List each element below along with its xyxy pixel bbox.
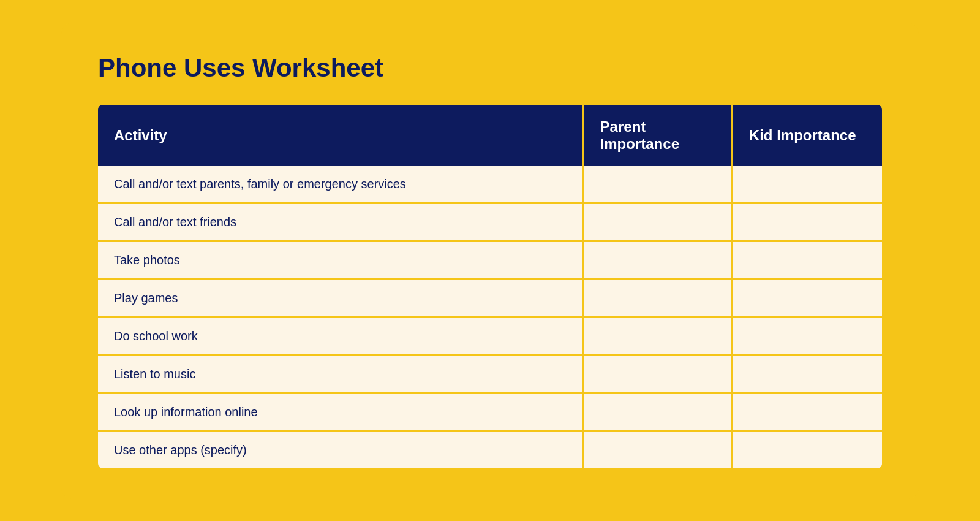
cell-activity: Take photos: [98, 242, 584, 280]
cell-activity: Listen to music: [98, 356, 584, 394]
cell-activity: Play games: [98, 280, 584, 318]
cell-kid-importance[interactable]: [733, 204, 882, 242]
cell-kid-importance[interactable]: [733, 280, 882, 318]
cell-parent-importance[interactable]: [584, 280, 733, 318]
table-row: Look up information online: [98, 394, 882, 432]
table-body: Call and/or text parents, family or emer…: [98, 166, 882, 468]
header-kid-importance: Kid Importance: [733, 105, 882, 166]
page-title: Phone Uses Worksheet: [98, 53, 882, 83]
cell-activity: Call and/or text friends: [98, 204, 584, 242]
table-row: Listen to music: [98, 356, 882, 394]
table-row: Do school work: [98, 318, 882, 356]
worksheet-container: Phone Uses Worksheet Activity Parent Imp…: [61, 23, 919, 499]
table-row: Use other apps (specify): [98, 432, 882, 468]
cell-kid-importance[interactable]: [733, 356, 882, 394]
cell-parent-importance[interactable]: [584, 166, 733, 204]
cell-kid-importance[interactable]: [733, 432, 882, 468]
table-row: Take photos: [98, 242, 882, 280]
cell-activity: Do school work: [98, 318, 584, 356]
cell-activity: Call and/or text parents, family or emer…: [98, 166, 584, 204]
activities-table: Activity Parent Importance Kid Importanc…: [98, 105, 882, 468]
table-row: Call and/or text friends: [98, 204, 882, 242]
cell-activity: Use other apps (specify): [98, 432, 584, 468]
header-parent-importance: Parent Importance: [584, 105, 733, 166]
cell-activity: Look up information online: [98, 394, 584, 432]
cell-kid-importance[interactable]: [733, 318, 882, 356]
cell-parent-importance[interactable]: [584, 394, 733, 432]
cell-parent-importance[interactable]: [584, 318, 733, 356]
table-header-row: Activity Parent Importance Kid Importanc…: [98, 105, 882, 166]
cell-kid-importance[interactable]: [733, 242, 882, 280]
cell-kid-importance[interactable]: [733, 166, 882, 204]
cell-parent-importance[interactable]: [584, 204, 733, 242]
table-row: Call and/or text parents, family or emer…: [98, 166, 882, 204]
cell-parent-importance[interactable]: [584, 356, 733, 394]
table-row: Play games: [98, 280, 882, 318]
cell-parent-importance[interactable]: [584, 242, 733, 280]
cell-kid-importance[interactable]: [733, 394, 882, 432]
header-activity: Activity: [98, 105, 584, 166]
cell-parent-importance[interactable]: [584, 432, 733, 468]
